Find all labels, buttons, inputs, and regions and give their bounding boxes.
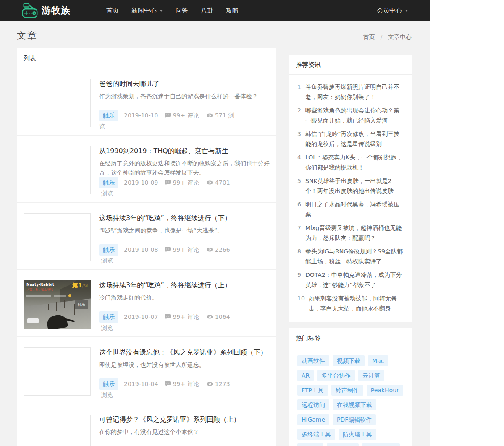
article-badge[interactable]: 触乐 [99, 177, 118, 188]
recommended-item[interactable]: 1 斗鱼乔碧萝再爆新照片证明自己并不老，网友：奶奶你别装了！ [297, 82, 403, 102]
article-badge[interactable]: 触乐 [99, 110, 118, 121]
tag[interactable]: 多终端工具 [297, 429, 335, 440]
article-desc: 冷门游戏走红的代价。 [99, 293, 270, 311]
thumbnail-stat-bar [54, 295, 66, 297]
article-title[interactable]: 从1990到2019：THQ的崛起、衰亡与新生 [99, 146, 270, 156]
recommended-item-text: SNK英雄终于出皮肤，一出就是2个！两年没出皮肤的她出传说皮肤 [305, 176, 403, 196]
recommended-item-number: 10 [297, 293, 305, 313]
tag[interactable]: PeakHour [367, 385, 403, 396]
recommended-card: 推荐资讯 1 斗鱼乔碧萝再爆新照片证明自己并不老，网友：奶奶你别装了！ 2 哪些… [289, 55, 412, 322]
tag[interactable]: 播放器 [297, 443, 323, 446]
article-meta: 触乐2019-10-0999+评论4701浏览 [99, 177, 236, 199]
breadcrumb-home[interactable]: 首页 [363, 34, 375, 40]
recommended-item[interactable]: 8 拳头为IG与RNG修改规则？S9全队都能上场，粉丝：特权队实锤了 [297, 246, 403, 266]
recommended-item-number: 4 [297, 152, 302, 172]
tag[interactable]: PDF编辑软件 [333, 414, 376, 425]
nav-item-home[interactable]: 首页 [100, 0, 125, 21]
nav-item-strategy[interactable]: 攻略 [220, 0, 245, 21]
nav-item-gossip[interactable]: 八卦 [194, 0, 220, 21]
recommended-item[interactable]: 10 如果刺客没有被动技能，阿轲无暴击，李白无大招，而他永不翻身 [297, 293, 403, 313]
tag[interactable]: 视频转换器 [362, 443, 400, 446]
recommended-list: 1 斗鱼乔碧萝再爆新照片证明自己并不老，网友：奶奶你别装了！ 2 哪些游戏角色的… [289, 75, 412, 322]
page: 游牧族 首页 新闻中心 问答 八卦 攻略 会员中心 文章 [0, 0, 430, 446]
recommended-item[interactable]: 7 Mlxg晋级赛又被坑，超神酒桶也无能为力，怒斥队友：配赢吗？ [297, 223, 403, 243]
recommended-item[interactable]: 9 DOTA2：中单帕克遭冷落，成为下分英雄，连“钞能力”都救不了 [297, 270, 403, 290]
breadcrumb-separator: / [377, 34, 386, 40]
thumbnail-stat-bar [26, 295, 51, 297]
tag[interactable]: 铃声制作 [331, 385, 363, 396]
tag-list: 动画软件 视频下载 Mac AR 多平台协作 云计算 FTP工具 铃声制作 Pe… [289, 348, 412, 446]
comment-icon [164, 381, 171, 387]
tag[interactable]: FTP工具 [297, 385, 328, 396]
tag[interactable]: Mac [368, 355, 388, 366]
eye-icon [206, 313, 213, 320]
article-badge[interactable]: 触乐 [99, 378, 118, 390]
recommended-item[interactable]: 3 韩信“白龙吟”再次修改，当看到三技能的龙纹后，这是星传说级别 [297, 129, 403, 149]
article-desc: 即使是被埋没，也并没有被世人所遗忘。 [99, 360, 270, 378]
article-thumbnail[interactable]: Nasty-Rabbit 大吉大利，晚上吃鸡 第1/50 触乐 [24, 280, 91, 329]
recommended-item-text: 明日之子水晶时代黑幕，冯希瑶被压票 [305, 199, 403, 219]
article-title[interactable]: 这场持续3年的“吃鸡”，终将继续进行（下） [99, 213, 270, 223]
recommended-item[interactable]: 6 明日之子水晶时代黑幕，冯希瑶被压票 [297, 199, 403, 219]
list-card-header: 列表 [17, 48, 276, 68]
article-title[interactable]: 可曾记得梦？《风之克罗诺亚》系列回顾（上） [99, 415, 270, 425]
chevron-down-icon [160, 10, 163, 13]
article-badge[interactable]: 触乐 [99, 244, 118, 256]
tag[interactable]: 远程访问 [297, 399, 329, 410]
article-date: 2019-10-04 [124, 381, 158, 387]
tag[interactable]: AR [297, 370, 314, 381]
tag[interactable]: HiGame [297, 414, 329, 425]
nav-item-news-center[interactable]: 新闻中心 [125, 0, 169, 21]
tag[interactable]: 防火墙工具 [339, 429, 376, 440]
recommended-item[interactable]: 2 哪些游戏角色的出现会让你心动？第一眼见面开始，就已经陷入爱河 [297, 105, 403, 125]
article-thumbnail[interactable] [24, 146, 91, 194]
tag[interactable]: 视频下载 [333, 355, 365, 366]
article-item: 这个世界没有遗忘他：《风之克罗诺亚》系列回顾（下） 即使是被埋没，也并没有被世人… [17, 337, 276, 404]
article-meta: 触乐2019-10-0499+评论1273浏览 [99, 378, 236, 400]
recommended-item-number: 5 [297, 176, 302, 196]
article-title[interactable]: 爸爸的时间去哪儿了 [99, 79, 270, 89]
tag[interactable]: 动画软件 [297, 355, 329, 366]
comment-icon [164, 112, 171, 119]
tag[interactable]: 多平台协作 [317, 370, 355, 381]
recommended-item-text: LOL：姿态实力K头，一个都别想跑，你们都是我的提款机！ [305, 152, 403, 172]
tag[interactable]: 混合动力 [327, 443, 359, 446]
comment-count: 99+评论 [164, 112, 199, 119]
article-desc: 作为游戏策划，爸爸沉迷于自己的游戏是什么样的一番体验？ [99, 91, 270, 110]
brand-text: 游牧族 [42, 4, 71, 17]
recommended-item-text: 拳头为IG与RNG修改规则？S9全队都能上场，粉丝：特权队实锤了 [305, 246, 403, 266]
article-thumbnail[interactable] [24, 347, 91, 396]
recommended-item-text: Mlxg晋级赛又被坑，超神酒桶也无能为力，怒斥队友：配赢吗？ [305, 223, 403, 243]
nav-item-member-center[interactable]: 会员中心 [377, 7, 408, 15]
article-item: 这场持续3年的“吃鸡”，终将继续进行（下） “吃鸡”游戏之间的竞争，也像是一场“… [17, 203, 276, 270]
article-meta: 触乐2019-10-0799+评论1064浏览 [99, 311, 236, 333]
comment-count: 99+评论 [164, 246, 199, 253]
recommended-item[interactable]: 4 LOL：姿态实力K头，一个都别想跑，你们都是我的提款机！ [297, 152, 403, 172]
sidebar: 推荐资讯 1 斗鱼乔碧萝再爆新照片证明自己并不老，网友：奶奶你别装了！ 2 哪些… [289, 48, 412, 446]
thumbnail-watermark: 触乐 [75, 300, 88, 309]
tag[interactable]: 云计算 [358, 370, 384, 381]
recommended-item-text: 韩信“白龙吟”再次修改，当看到三技能的龙纹后，这是星传说级别 [305, 129, 403, 149]
breadcrumb: 首页 / 文章中心 [363, 33, 412, 41]
article-desc: 在经历了意外的版权更迭和接连不断的收购案之后，我们也十分好奇，这个神奇的故事还会… [99, 159, 270, 177]
article-thumbnail[interactable] [24, 415, 91, 446]
article-thumbnail[interactable] [24, 79, 91, 127]
thumbnail-button-shape [27, 318, 39, 323]
brand[interactable]: 游牧族 [21, 2, 71, 19]
article-item: 可曾记得梦？《风之克罗诺亚》系列回顾（上） 在你的梦中，有没有见过这个小家伙？ … [17, 404, 276, 446]
comment-count: 99+评论 [164, 179, 199, 186]
hot-tags-header: 热门标签 [289, 328, 412, 348]
recommended-item[interactable]: 5 SNK英雄终于出皮肤，一出就是2个！两年没出皮肤的她出传说皮肤 [297, 176, 403, 196]
comment-count: 99+评论 [164, 381, 199, 387]
thumbnail-pole-shape [64, 300, 65, 308]
article-thumbnail[interactable] [24, 213, 91, 261]
recommended-item-number: 1 [297, 82, 302, 102]
article-title[interactable]: 这个世界没有遗忘他：《风之克罗诺亚》系列回顾（下） [99, 347, 270, 357]
tag[interactable]: 在线视频下载 [333, 399, 376, 410]
recommended-item-number: 2 [297, 105, 302, 125]
eye-icon [206, 179, 213, 186]
nav-item-qa[interactable]: 问答 [169, 0, 194, 21]
thumbnail-pole-shape [74, 304, 75, 315]
article-badge[interactable]: 触乐 [99, 311, 118, 323]
article-title[interactable]: 这场持续3年的“吃鸡”，终将继续进行（上） [99, 280, 270, 290]
